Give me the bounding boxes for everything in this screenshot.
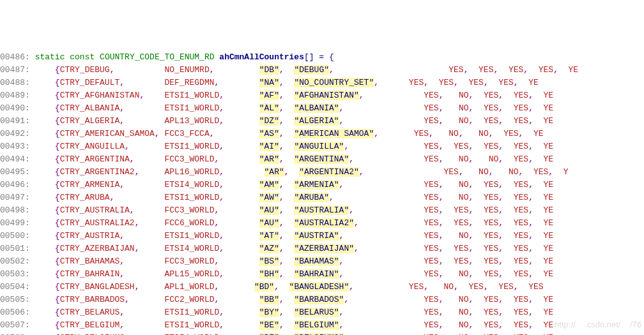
source-code: 00486: static const COUNTRY_CODE_TO_ENUM… [0, 51, 644, 335]
